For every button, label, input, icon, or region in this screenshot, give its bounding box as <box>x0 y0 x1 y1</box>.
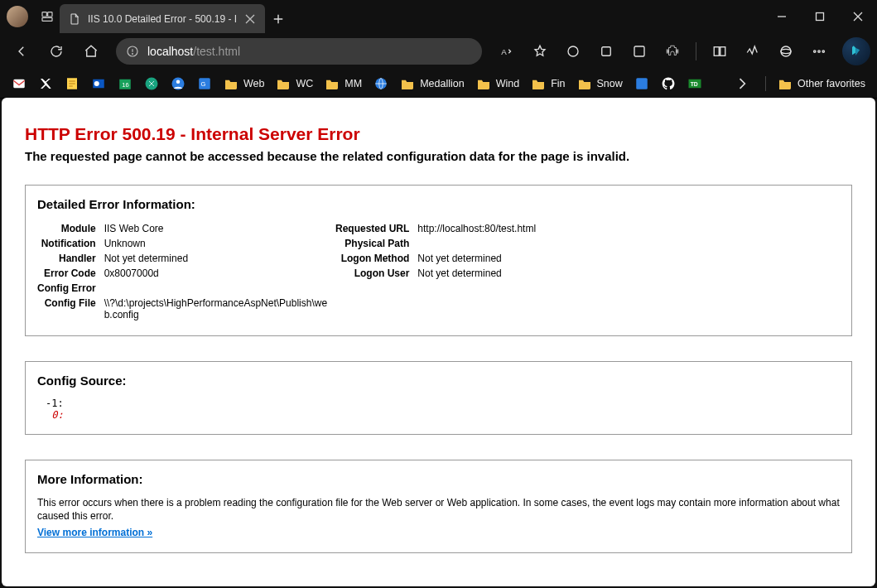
detail-key: Requested URL <box>335 221 417 236</box>
svg-point-13 <box>781 49 791 53</box>
ext2-icon[interactable] <box>591 36 621 66</box>
profile-avatar[interactable] <box>7 6 28 27</box>
back-button[interactable] <box>7 36 36 66</box>
svg-point-14 <box>814 51 816 52</box>
browser-toolbar: localhost/test.html A <box>0 33 877 70</box>
bookmark-folder-medallion[interactable]: Medallion <box>400 76 465 91</box>
bookmark-notes[interactable] <box>65 76 80 91</box>
detail-row: Requested URLhttp://localhost:80/test.ht… <box>335 221 536 236</box>
bookmarks-overflow-icon[interactable] <box>734 75 750 92</box>
bookmark-globe[interactable] <box>373 76 388 91</box>
more-icon[interactable] <box>804 36 834 66</box>
detail-key: Notification <box>37 236 104 251</box>
svg-rect-3 <box>817 13 824 21</box>
performance-icon[interactable] <box>738 36 768 66</box>
bookmarks-bar: 16 G WebWCMMMedallionWindFinSnow TD Othe… <box>0 70 877 99</box>
detail-key: Handler <box>37 251 104 266</box>
svg-rect-9 <box>634 46 644 56</box>
ie-mode-icon[interactable] <box>771 36 801 66</box>
svg-rect-1 <box>48 12 52 17</box>
new-tab-button[interactable] <box>265 5 292 33</box>
more-information-panel: More Information: This error occurs when… <box>25 460 852 553</box>
bookmark-td[interactable]: TD <box>687 76 702 91</box>
refresh-button[interactable] <box>41 36 71 66</box>
detail-key: Config File <box>37 296 104 322</box>
detail-value: Not yet determined <box>104 251 335 266</box>
bookmark-label: Fin <box>551 78 565 89</box>
detail-key: Logon Method <box>335 251 417 266</box>
bookmark-translate[interactable]: G <box>197 76 212 91</box>
bookmark-label: Snow <box>597 78 623 89</box>
browser-tab[interactable]: IIS 10.0 Detailed Error - 500.19 - I <box>60 4 265 33</box>
bookmark-misc1[interactable] <box>634 76 649 91</box>
detail-row: NotificationUnknown <box>37 236 335 251</box>
ext1-icon[interactable] <box>558 36 588 66</box>
close-tab-icon[interactable] <box>243 12 257 26</box>
home-button[interactable] <box>76 36 106 66</box>
detail-value: 0x8007000d <box>104 266 335 281</box>
close-window-button[interactable] <box>839 0 877 33</box>
bookmark-folder-snow[interactable]: Snow <box>577 76 623 91</box>
detail-key: Error Code <box>37 266 104 281</box>
x-icon <box>38 76 53 91</box>
svg-rect-29 <box>636 78 648 89</box>
svg-point-5 <box>133 54 133 55</box>
detail-row: Logon MethodNot yet determined <box>335 251 536 266</box>
bookmark-x[interactable] <box>38 76 53 91</box>
svg-text:TD: TD <box>691 81 698 87</box>
detail-key: Config Error <box>37 281 104 296</box>
svg-rect-17 <box>13 80 25 89</box>
page-icon <box>68 12 81 26</box>
translate-icon[interactable] <box>624 36 654 66</box>
folder-icon <box>400 76 415 91</box>
bookmark-folder-wc[interactable]: WC <box>276 76 313 91</box>
bookmark-chatgpt[interactable] <box>144 76 159 91</box>
gmail-icon <box>12 76 27 91</box>
address-bar[interactable]: localhost/test.html <box>116 38 482 65</box>
bookmark-folder-fin[interactable]: Fin <box>531 76 565 91</box>
url-host: localhost <box>147 45 193 58</box>
bookmark-folder-mm[interactable]: MM <box>325 76 362 91</box>
copilot-button[interactable] <box>842 37 870 65</box>
bookmark-gmail[interactable] <box>12 76 27 91</box>
maximize-button[interactable] <box>801 0 839 33</box>
bookmark-github[interactable] <box>661 76 676 91</box>
folder-icon <box>531 76 546 91</box>
window-controls <box>763 0 877 33</box>
more-information-text: This error occurs when there is a proble… <box>37 496 840 523</box>
detail-value <box>417 236 536 251</box>
detailed-error-panel: Detailed Error Information: ModuleIIS We… <box>25 185 852 336</box>
detail-key: Physical Path <box>335 236 417 251</box>
detail-value: IIS Web Core <box>104 221 335 236</box>
favorite-icon[interactable] <box>525 36 555 66</box>
bookmark-folder-web[interactable]: Web <box>224 76 264 91</box>
svg-text:16: 16 <box>122 81 128 89</box>
bookmark-folder-wind[interactable]: Wind <box>476 76 519 91</box>
globe-icon <box>373 76 388 91</box>
other-favorites[interactable]: Other favorites <box>778 76 865 91</box>
workspaces-icon[interactable] <box>35 0 60 33</box>
bookmark-outlook[interactable] <box>91 76 106 91</box>
minimize-button[interactable] <box>763 0 801 33</box>
bookmark-label: Web <box>243 78 264 89</box>
url-path: /test.html <box>193 45 240 58</box>
detail-key: Module <box>37 221 104 236</box>
more-information-heading: More Information: <box>37 472 840 486</box>
bookmark-label: Wind <box>496 78 519 89</box>
bookmark-account[interactable] <box>171 76 186 91</box>
extensions-icon[interactable] <box>658 36 687 66</box>
config-source-panel: Config Source: -1: 0: <box>25 361 852 435</box>
detail-row: HandlerNot yet determined <box>37 251 335 266</box>
detail-key: Logon User <box>335 266 417 281</box>
read-aloud-icon[interactable]: A <box>492 36 522 66</box>
detail-row: ModuleIIS Web Core <box>37 221 335 236</box>
split-screen-icon[interactable] <box>705 36 735 66</box>
bookmark-label: MM <box>345 78 362 89</box>
svg-rect-11 <box>720 47 725 56</box>
folder-icon <box>224 76 239 91</box>
view-more-link[interactable]: View more information » <box>37 527 152 538</box>
svg-point-25 <box>176 80 181 84</box>
tab-title: IIS 10.0 Detailed Error - 500.19 - I <box>88 13 237 25</box>
title-bar: IIS 10.0 Detailed Error - 500.19 - I <box>0 0 877 33</box>
bookmark-calendar[interactable]: 16 <box>118 76 133 91</box>
